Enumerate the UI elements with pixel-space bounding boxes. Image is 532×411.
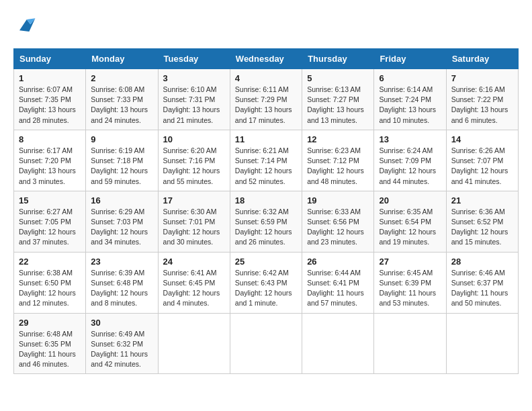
day-number: 1 <box>19 73 81 83</box>
day-number: 5 <box>307 73 369 83</box>
day-number: 25 <box>235 257 297 267</box>
day-info: Sunrise: 6:41 AMSunset: 6:45 PMDaylight:… <box>163 269 220 308</box>
day-info: Sunrise: 6:13 AMSunset: 7:27 PMDaylight:… <box>307 85 364 124</box>
day-info: Sunrise: 6:19 AMSunset: 7:18 PMDaylight:… <box>91 146 148 185</box>
day-info: Sunrise: 6:10 AMSunset: 7:31 PMDaylight:… <box>163 85 220 124</box>
day-info: Sunrise: 6:26 AMSunset: 7:07 PMDaylight:… <box>451 146 508 185</box>
table-row: 4 Sunrise: 6:11 AMSunset: 7:29 PMDayligh… <box>230 69 302 130</box>
table-row: 10 Sunrise: 6:20 AMSunset: 7:16 PMDaylig… <box>158 130 230 191</box>
table-row: 24 Sunrise: 6:41 AMSunset: 6:45 PMDaylig… <box>158 252 230 313</box>
col-friday: Friday <box>374 49 446 69</box>
calendar-table: Sunday Monday Tuesday Wednesday Thursday… <box>13 48 519 374</box>
logo <box>13 13 40 38</box>
table-row: 2 Sunrise: 6:08 AMSunset: 7:33 PMDayligh… <box>86 69 158 130</box>
col-wednesday: Wednesday <box>230 49 302 69</box>
calendar-header-row: Sunday Monday Tuesday Wednesday Thursday… <box>14 49 519 69</box>
day-info: Sunrise: 6:39 AMSunset: 6:48 PMDaylight:… <box>91 269 148 308</box>
day-number: 15 <box>19 195 81 205</box>
table-row: 3 Sunrise: 6:10 AMSunset: 7:31 PMDayligh… <box>158 69 230 130</box>
day-info: Sunrise: 6:07 AMSunset: 7:35 PMDaylight:… <box>19 85 76 124</box>
calendar-week-row: 15 Sunrise: 6:27 AMSunset: 7:05 PMDaylig… <box>14 191 519 252</box>
day-number: 12 <box>307 134 369 144</box>
col-monday: Monday <box>86 49 158 69</box>
day-info: Sunrise: 6:17 AMSunset: 7:20 PMDaylight:… <box>19 146 76 185</box>
day-info: Sunrise: 6:23 AMSunset: 7:12 PMDaylight:… <box>307 146 364 185</box>
day-number: 9 <box>91 134 152 144</box>
table-row <box>446 313 518 374</box>
day-number: 23 <box>91 257 152 267</box>
table-row: 8 Sunrise: 6:17 AMSunset: 7:20 PMDayligh… <box>14 130 86 191</box>
table-row: 12 Sunrise: 6:23 AMSunset: 7:12 PMDaylig… <box>302 130 374 191</box>
page-header <box>13 13 519 38</box>
col-saturday: Saturday <box>446 49 518 69</box>
table-row: 9 Sunrise: 6:19 AMSunset: 7:18 PMDayligh… <box>86 130 158 191</box>
table-row <box>302 313 374 374</box>
day-number: 6 <box>379 73 441 83</box>
day-number: 29 <box>19 318 81 328</box>
table-row: 27 Sunrise: 6:45 AMSunset: 6:39 PMDaylig… <box>374 252 446 313</box>
table-row: 30 Sunrise: 6:49 AMSunset: 6:32 PMDaylig… <box>86 313 158 374</box>
col-sunday: Sunday <box>14 49 86 69</box>
table-row: 28 Sunrise: 6:46 AMSunset: 6:37 PMDaylig… <box>446 252 518 313</box>
table-row: 15 Sunrise: 6:27 AMSunset: 7:05 PMDaylig… <box>14 191 86 252</box>
calendar-week-row: 8 Sunrise: 6:17 AMSunset: 7:20 PMDayligh… <box>14 130 519 191</box>
day-info: Sunrise: 6:14 AMSunset: 7:24 PMDaylight:… <box>379 85 436 124</box>
day-info: Sunrise: 6:29 AMSunset: 7:03 PMDaylight:… <box>91 208 148 246</box>
day-number: 21 <box>451 195 513 205</box>
table-row: 25 Sunrise: 6:42 AMSunset: 6:43 PMDaylig… <box>230 252 302 313</box>
table-row: 23 Sunrise: 6:39 AMSunset: 6:48 PMDaylig… <box>86 252 158 313</box>
day-number: 18 <box>235 195 297 205</box>
day-number: 26 <box>307 257 369 267</box>
table-row: 5 Sunrise: 6:13 AMSunset: 7:27 PMDayligh… <box>302 69 374 130</box>
table-row: 21 Sunrise: 6:36 AMSunset: 6:52 PMDaylig… <box>446 191 518 252</box>
table-row <box>158 313 230 374</box>
day-info: Sunrise: 6:42 AMSunset: 6:43 PMDaylight:… <box>235 269 292 308</box>
table-row: 18 Sunrise: 6:32 AMSunset: 6:59 PMDaylig… <box>230 191 302 252</box>
table-row: 7 Sunrise: 6:16 AMSunset: 7:22 PMDayligh… <box>446 69 518 130</box>
day-number: 28 <box>451 257 513 267</box>
day-info: Sunrise: 6:35 AMSunset: 6:54 PMDaylight:… <box>379 208 436 246</box>
day-info: Sunrise: 6:24 AMSunset: 7:09 PMDaylight:… <box>379 146 436 185</box>
table-row: 11 Sunrise: 6:21 AMSunset: 7:14 PMDaylig… <box>230 130 302 191</box>
day-number: 2 <box>91 73 152 83</box>
day-number: 24 <box>163 257 225 267</box>
day-info: Sunrise: 6:08 AMSunset: 7:33 PMDaylight:… <box>91 85 148 124</box>
table-row: 19 Sunrise: 6:33 AMSunset: 6:56 PMDaylig… <box>302 191 374 252</box>
calendar-week-row: 1 Sunrise: 6:07 AMSunset: 7:35 PMDayligh… <box>14 69 519 130</box>
day-info: Sunrise: 6:20 AMSunset: 7:16 PMDaylight:… <box>163 146 220 185</box>
day-number: 4 <box>235 73 297 83</box>
table-row: 22 Sunrise: 6:38 AMSunset: 6:50 PMDaylig… <box>14 252 86 313</box>
table-row <box>230 313 302 374</box>
day-number: 7 <box>451 73 513 83</box>
day-info: Sunrise: 6:46 AMSunset: 6:37 PMDaylight:… <box>451 269 508 308</box>
table-row: 14 Sunrise: 6:26 AMSunset: 7:07 PMDaylig… <box>446 130 518 191</box>
calendar-week-row: 29 Sunrise: 6:48 AMSunset: 6:35 PMDaylig… <box>14 313 519 374</box>
day-info: Sunrise: 6:33 AMSunset: 6:56 PMDaylight:… <box>307 208 364 246</box>
table-row: 26 Sunrise: 6:44 AMSunset: 6:41 PMDaylig… <box>302 252 374 313</box>
table-row: 6 Sunrise: 6:14 AMSunset: 7:24 PMDayligh… <box>374 69 446 130</box>
table-row: 16 Sunrise: 6:29 AMSunset: 7:03 PMDaylig… <box>86 191 158 252</box>
day-number: 3 <box>163 73 225 83</box>
col-tuesday: Tuesday <box>158 49 230 69</box>
table-row: 1 Sunrise: 6:07 AMSunset: 7:35 PMDayligh… <box>14 69 86 130</box>
day-info: Sunrise: 6:36 AMSunset: 6:52 PMDaylight:… <box>451 208 508 246</box>
table-row <box>374 313 446 374</box>
day-number: 10 <box>163 134 225 144</box>
day-info: Sunrise: 6:27 AMSunset: 7:05 PMDaylight:… <box>19 208 76 246</box>
day-number: 16 <box>91 195 152 205</box>
day-info: Sunrise: 6:45 AMSunset: 6:39 PMDaylight:… <box>379 269 436 308</box>
day-info: Sunrise: 6:11 AMSunset: 7:29 PMDaylight:… <box>235 85 292 124</box>
day-number: 19 <box>307 195 369 205</box>
day-number: 30 <box>91 318 152 328</box>
day-number: 20 <box>379 195 441 205</box>
day-info: Sunrise: 6:48 AMSunset: 6:35 PMDaylight:… <box>19 330 76 369</box>
table-row: 13 Sunrise: 6:24 AMSunset: 7:09 PMDaylig… <box>374 130 446 191</box>
col-thursday: Thursday <box>302 49 374 69</box>
day-number: 11 <box>235 134 297 144</box>
day-info: Sunrise: 6:16 AMSunset: 7:22 PMDaylight:… <box>451 85 508 124</box>
day-info: Sunrise: 6:32 AMSunset: 6:59 PMDaylight:… <box>235 208 292 246</box>
day-number: 8 <box>19 134 81 144</box>
table-row: 20 Sunrise: 6:35 AMSunset: 6:54 PMDaylig… <box>374 191 446 252</box>
day-number: 14 <box>451 134 513 144</box>
day-info: Sunrise: 6:21 AMSunset: 7:14 PMDaylight:… <box>235 146 292 185</box>
